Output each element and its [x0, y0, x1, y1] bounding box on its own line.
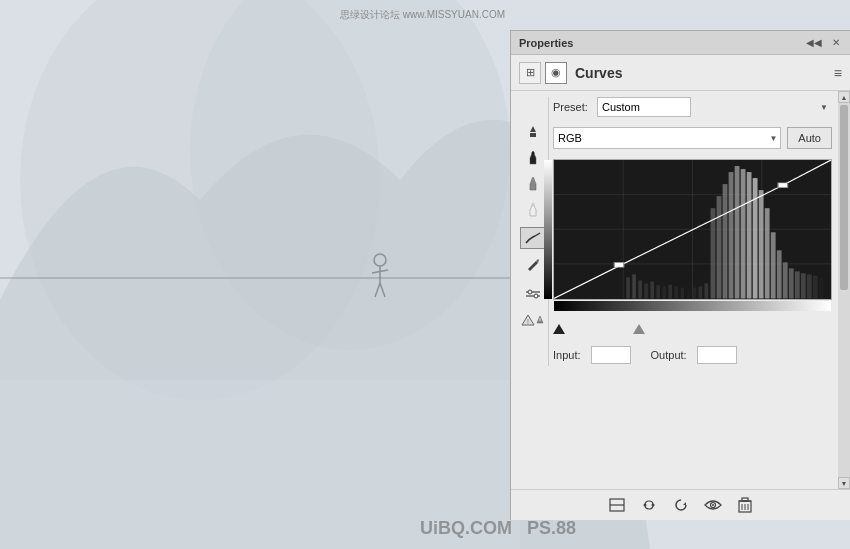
svg-rect-58 — [650, 282, 654, 299]
svg-rect-52 — [813, 276, 818, 299]
svg-rect-59 — [656, 285, 660, 298]
svg-point-23 — [534, 294, 538, 298]
curves-graph[interactable] — [553, 159, 832, 300]
preset-row: Preset: DefaultCustomStrong ContrastLine… — [553, 97, 832, 117]
tool-options[interactable] — [520, 283, 546, 305]
svg-rect-38 — [729, 172, 734, 298]
svg-rect-45 — [771, 232, 776, 298]
io-row: Input: Output: — [553, 342, 832, 366]
svg-rect-35 — [711, 208, 716, 298]
panel-close-button[interactable]: ✕ — [830, 37, 842, 48]
svg-rect-69 — [778, 183, 788, 188]
svg-rect-39 — [735, 166, 740, 298]
svg-rect-36 — [717, 196, 722, 298]
panel-title: Properties — [519, 37, 573, 49]
svg-rect-55 — [632, 274, 636, 298]
svg-rect-66 — [699, 286, 703, 298]
svg-point-17 — [531, 152, 534, 155]
output-label: Output: — [651, 349, 687, 361]
curve-slider-area — [553, 318, 832, 334]
bottom-reset-button[interactable] — [669, 495, 693, 515]
curves-svg — [554, 160, 831, 299]
tab-properties[interactable]: ⊞ — [519, 62, 541, 84]
svg-rect-57 — [644, 283, 648, 298]
svg-rect-47 — [783, 262, 788, 298]
svg-rect-79 — [742, 498, 748, 501]
svg-rect-41 — [747, 172, 752, 298]
svg-rect-51 — [807, 274, 812, 298]
panel-tabs: ⊞ ◉ Curves ≡ — [511, 55, 850, 91]
svg-point-72 — [643, 504, 646, 507]
svg-rect-40 — [741, 169, 746, 298]
properties-panel: Properties ◀◀ ✕ ⊞ ◉ Curves ≡ — [510, 30, 850, 520]
output-value[interactable] — [697, 346, 737, 364]
panel-collapse-button[interactable]: ◀◀ — [804, 37, 824, 48]
svg-point-19 — [531, 204, 534, 207]
auto-button[interactable]: Auto — [787, 127, 832, 149]
panel-section-title: Curves — [575, 65, 622, 81]
svg-rect-61 — [668, 285, 672, 299]
svg-rect-54 — [626, 277, 630, 298]
svg-rect-68 — [614, 262, 624, 267]
panel-scrollbar: ▲ ▼ — [838, 91, 850, 489]
svg-point-76 — [712, 504, 714, 506]
scroll-up-button[interactable]: ▲ — [838, 91, 850, 103]
bottom-watermarks: UiBQ.COM PS.88 — [420, 518, 490, 539]
svg-rect-53 — [819, 277, 824, 298]
svg-rect-44 — [765, 208, 770, 298]
svg-rect-37 — [723, 184, 728, 298]
curves-content: ! Preset: DefaultCustomStrong ContrastLi… — [511, 91, 838, 489]
svg-rect-67 — [705, 283, 709, 298]
channel-select[interactable]: RGBRedGreenBlue — [553, 127, 781, 149]
svg-rect-62 — [674, 286, 678, 298]
tool-eyedropper-white[interactable] — [520, 199, 546, 221]
svg-rect-42 — [753, 178, 758, 298]
tool-eyedropper-gray[interactable] — [520, 173, 546, 195]
tool-warning[interactable]: ! — [520, 309, 546, 331]
panel-menu-button[interactable]: ≡ — [834, 65, 842, 81]
svg-rect-43 — [759, 190, 764, 298]
black-point-triangle[interactable] — [553, 324, 565, 334]
bottom-crop-button[interactable] — [605, 495, 629, 515]
bottom-link-button[interactable] — [637, 495, 661, 515]
svg-point-18 — [531, 178, 534, 181]
scroll-thumb[interactable] — [840, 105, 848, 290]
svg-rect-56 — [638, 280, 642, 298]
svg-rect-64 — [686, 289, 690, 298]
tool-eyedropper-black[interactable] — [520, 147, 546, 169]
white-point-triangle[interactable] — [633, 324, 645, 334]
svg-rect-60 — [662, 286, 666, 298]
svg-marker-74 — [683, 502, 686, 505]
watermark-ps: PS.88 — [527, 518, 576, 539]
channel-row: RGBRedGreenBlue Auto — [553, 127, 832, 149]
tool-smooth-curve[interactable] — [520, 227, 546, 249]
tab-curves-active[interactable]: ◉ — [545, 62, 567, 84]
gradient-bar-bottom — [554, 301, 831, 311]
input-label: Input: — [553, 349, 581, 361]
tool-pencil[interactable] — [520, 253, 546, 275]
panel-controls: ◀◀ ✕ — [804, 37, 842, 48]
svg-rect-50 — [801, 273, 806, 298]
svg-rect-63 — [680, 288, 684, 299]
svg-rect-48 — [789, 268, 794, 298]
preset-label: Preset: — [553, 101, 591, 113]
svg-text:!: ! — [527, 318, 529, 325]
svg-point-22 — [528, 290, 532, 294]
watermark-text: 思绿设计论坛 www.MISSYUAN.COM — [340, 8, 505, 22]
panel-bottom-toolbar — [511, 489, 850, 520]
svg-rect-46 — [777, 250, 782, 298]
input-value[interactable] — [591, 346, 631, 364]
preset-select[interactable]: DefaultCustomStrong ContrastLinear Contr… — [597, 97, 691, 117]
scroll-down-button[interactable]: ▼ — [838, 477, 850, 489]
gradient-bar-left — [544, 160, 552, 299]
bottom-visibility-button[interactable] — [701, 495, 725, 515]
bottom-delete-button[interactable] — [733, 495, 757, 515]
svg-rect-65 — [693, 288, 697, 299]
watermark-uibq: UiBQ.COM — [420, 518, 512, 539]
svg-rect-49 — [795, 271, 800, 298]
tool-sample[interactable] — [520, 121, 546, 143]
panel-titlebar: Properties ◀◀ ✕ — [511, 31, 850, 55]
svg-point-73 — [651, 504, 654, 507]
